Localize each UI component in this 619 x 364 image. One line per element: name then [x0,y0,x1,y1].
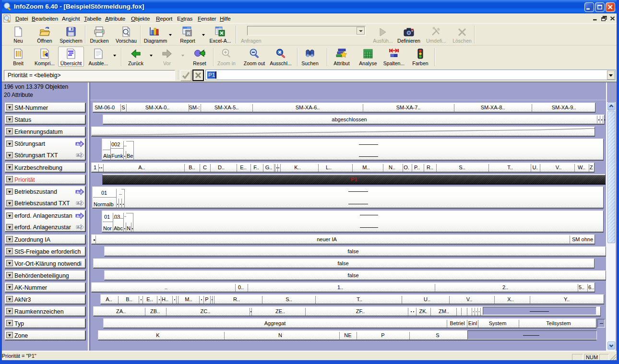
svg-text:A-Z: A-Z [77,214,83,218]
svg-text:A-Z: A-Z [77,190,83,194]
svg-text:A-Z: A-Z [77,142,83,146]
svg-text:A-Z: A-Z [77,153,82,157]
svg-text:A-Z: A-Z [77,201,82,205]
svg-text:A-Z: A-Z [77,225,82,229]
svg-text:R: R [187,31,190,36]
